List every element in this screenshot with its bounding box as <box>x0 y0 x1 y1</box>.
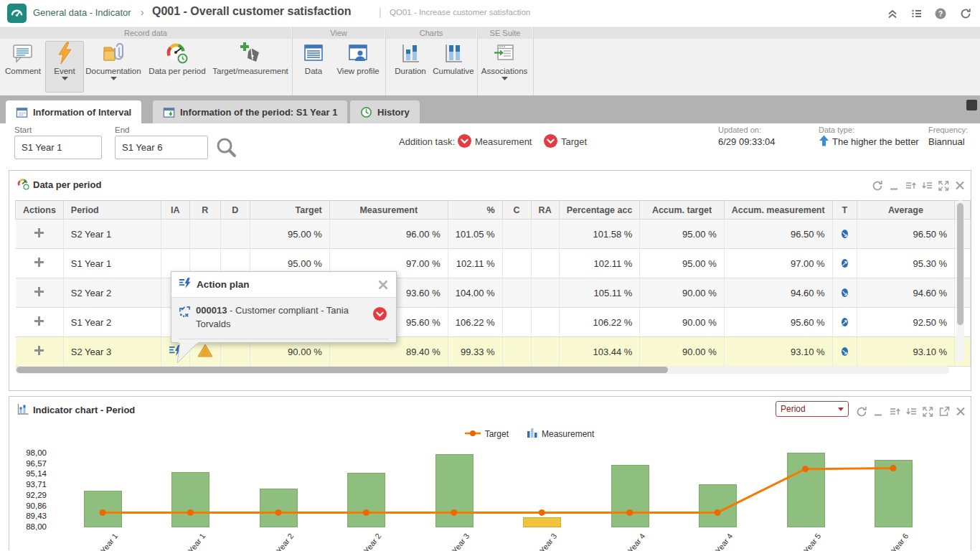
target-measurement-label: Target/measurement <box>212 67 288 75</box>
chart-grouping-select[interactable]: Period <box>776 401 849 417</box>
column-header-r[interactable]: R <box>189 201 220 220</box>
tab-information-of-period[interactable]: Information of the period: S1 Year 1 <box>153 100 347 123</box>
column-header-period[interactable]: Period <box>63 201 161 220</box>
search-icon[interactable] <box>215 136 238 159</box>
top-bar: General data - Indicator › Q001 - Overal… <box>0 0 980 27</box>
column-header-c[interactable]: C <box>502 201 531 220</box>
column-header-target[interactable]: Target <box>250 201 329 220</box>
column-header-d[interactable]: D <box>220 201 250 220</box>
warning-icon[interactable] <box>197 349 213 359</box>
table-row[interactable]: S1 Year 195.00 %97.00 %102.11 %102.11 %9… <box>16 249 971 278</box>
export-down-icon[interactable] <box>921 179 933 192</box>
export-up-icon[interactable] <box>905 179 917 192</box>
column-header-trend[interactable]: T <box>832 201 857 220</box>
action-plan-item[interactable]: 000013 - Customer compliant - Tania Torv… <box>179 304 389 339</box>
data-per-period-button[interactable]: Data per period <box>144 42 210 92</box>
tab-information-of-interval[interactable]: Information of Interval <box>6 100 141 123</box>
add-data-button[interactable] <box>34 288 44 299</box>
export-down-icon[interactable] <box>905 405 918 418</box>
average-cell: 95.30 % <box>913 258 947 269</box>
close-icon[interactable] <box>954 179 966 192</box>
duration-label: Duration <box>390 67 431 75</box>
column-header-acc_measurement[interactable]: Accum. measurement <box>724 201 832 220</box>
reload-icon[interactable] <box>960 8 971 19</box>
table-vertical-scrollbar[interactable] <box>956 200 964 362</box>
minimize-icon[interactable] <box>888 179 900 192</box>
refresh-icon[interactable] <box>872 179 884 192</box>
column-header-average[interactable]: Average <box>857 201 954 220</box>
trend-down-icon[interactable]: ↘ <box>842 347 848 356</box>
help-icon[interactable]: ? <box>935 8 946 19</box>
breadcrumb[interactable]: General data - Indicator <box>33 7 131 18</box>
column-header-acc_target[interactable]: Accum. target <box>640 201 724 220</box>
view-profile-button[interactable]: View profile <box>332 42 384 92</box>
trend-up-icon[interactable]: ↗ <box>842 259 848 268</box>
event-button[interactable]: Event <box>45 41 84 93</box>
period-cell: S2 Year 3 <box>71 347 111 357</box>
percent-cell: 106.22 % <box>456 317 495 328</box>
target-cell: 90.00 % <box>288 347 322 357</box>
add-data-icon <box>34 316 44 326</box>
view-profile-icon <box>347 42 369 65</box>
add-data-button[interactable] <box>34 259 44 270</box>
documentation-button[interactable]: Documentation <box>85 42 142 92</box>
target-cell: 95.00 % <box>288 258 322 269</box>
popup-tail <box>177 342 199 364</box>
svg-text:?: ? <box>938 10 943 18</box>
action-item-status-icon[interactable] <box>373 307 387 321</box>
share-icon[interactable] <box>938 405 951 418</box>
expand-icon[interactable] <box>938 179 950 192</box>
data-type-label: Data type: <box>819 126 854 134</box>
column-header-measurement[interactable]: Measurement <box>329 201 448 220</box>
table-row[interactable]: S2 Year 390.00 %89.40 %99.33 %103.44 %90… <box>16 337 971 367</box>
close-icon[interactable] <box>377 279 389 291</box>
measurement-task-icon[interactable] <box>458 134 471 148</box>
table-row[interactable]: S2 Year 195.00 %96.00 %101.05 %101.58 %9… <box>16 220 971 249</box>
add-data-button[interactable] <box>34 347 44 358</box>
comment-button[interactable]: Comment <box>3 42 43 92</box>
trend-up-icon[interactable]: ↗ <box>842 318 848 326</box>
add-data-button[interactable] <box>34 230 44 240</box>
menu-icon[interactable] <box>911 8 923 19</box>
table-row[interactable]: S2 Year 290.00 %93.60 %104.00 %105.11 %9… <box>16 278 971 308</box>
refresh-icon[interactable] <box>856 405 868 418</box>
ribbon-group-se-suite: SE Suite <box>478 27 532 39</box>
column-header-pct_acc[interactable]: Percentage acc <box>559 201 640 220</box>
collapse-icon[interactable] <box>887 8 898 19</box>
updated-on-label: Updated on: <box>718 126 761 134</box>
trend-down-icon[interactable]: ↘ <box>842 230 848 238</box>
start-input[interactable] <box>14 136 102 159</box>
column-header-pct[interactable]: % <box>448 201 502 220</box>
ribbon-group-spacer <box>534 27 980 39</box>
column-header-ia[interactable]: IA <box>161 201 189 220</box>
cumulative-button[interactable]: Cumulative <box>432 42 475 92</box>
trend-down-icon[interactable]: ↘ <box>842 288 848 297</box>
data-button[interactable]: Data <box>296 42 331 92</box>
table-row[interactable]: S1 Year 290.00 %95.60 %106.22 %106.22 %9… <box>16 308 971 337</box>
column-header-ra[interactable]: RA <box>531 201 559 220</box>
target-task-label: Target <box>561 136 587 147</box>
accum-measurement-cell: 93.10 % <box>791 347 825 357</box>
duration-button[interactable]: Duration <box>390 42 431 92</box>
target-cell: 95.00 % <box>288 229 322 240</box>
percentage-acc-cell: 105.11 % <box>593 288 632 298</box>
associations-label: Associations <box>479 67 529 75</box>
popup-title: Action plan <box>197 279 377 290</box>
export-up-icon[interactable] <box>889 405 901 418</box>
accum-target-cell: 90.00 % <box>682 347 717 357</box>
minimize-icon[interactable] <box>872 405 885 418</box>
tab-history[interactable]: History <box>350 100 420 123</box>
data-type-value: The higher the better <box>832 136 919 147</box>
add-data-button[interactable] <box>34 318 44 329</box>
associations-button[interactable]: Associations <box>479 42 529 92</box>
measurement-cell: 95.60 % <box>406 317 440 328</box>
tab-scroll-button[interactable] <box>966 100 977 110</box>
target-measurement-button[interactable]: Target/measurement <box>212 42 288 92</box>
end-input[interactable] <box>115 136 208 159</box>
expand-icon[interactable] <box>922 405 934 418</box>
tab-label: Information of the period: S1 Year 1 <box>180 107 337 118</box>
target-task-icon[interactable] <box>544 134 557 148</box>
table-horizontal-scrollbar[interactable] <box>15 366 949 374</box>
column-header-actions[interactable]: Actions <box>16 201 64 220</box>
close-icon[interactable] <box>955 405 967 418</box>
